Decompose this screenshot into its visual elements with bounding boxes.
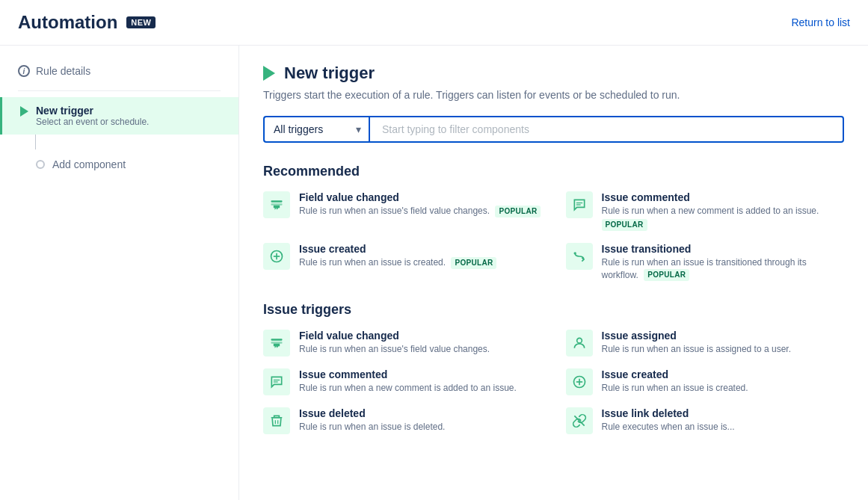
header: Automation NEW Return to list <box>0 0 868 46</box>
add-component-label: Add component <box>52 158 126 170</box>
trigger-name-field-value-rec: Field value changed <box>299 191 541 203</box>
trigger-card-issue-deleted[interactable]: Issue deleted Rule is run when an issue … <box>263 407 542 434</box>
trigger-card-content: Field value changed Rule is run when an … <box>299 191 541 217</box>
recommended-grid: Field value changed Rule is run when an … <box>263 191 844 281</box>
recommended-title: Recommended <box>263 164 844 179</box>
plus-icon <box>269 249 284 264</box>
section-desc: Triggers start the execution of a rule. … <box>263 89 844 101</box>
transition-icon <box>572 249 587 264</box>
comment-icon-wrap-2 <box>263 368 290 395</box>
trigger-item-name: New trigger <box>36 105 149 117</box>
trigger-desc-assigned: Rule is run when an issue is assigned to… <box>602 343 791 356</box>
trigger-card-issue-link-deleted[interactable]: Issue link deleted Rule executes when an… <box>566 407 845 434</box>
popular-badge-block: POPULAR <box>602 219 647 231</box>
trigger-content-field-value: Field value changed Rule is run when an … <box>299 330 490 356</box>
trigger-desc-comment-rec: Rule is run when a new comment is added … <box>602 205 819 231</box>
sidebar-rule-details[interactable]: i Rule details <box>0 58 238 84</box>
trigger-name-link-deleted: Issue link deleted <box>602 407 735 419</box>
svg-point-10 <box>576 339 582 344</box>
section-header: New trigger <box>263 64 844 83</box>
issue-triggers-title: Issue triggers <box>263 302 844 318</box>
trigger-item-text: New trigger Select an event or schedule. <box>36 105 149 127</box>
trigger-name-deleted: Issue deleted <box>299 407 445 419</box>
popular-badge-transitioned: POPULAR <box>644 269 689 281</box>
svg-rect-8 <box>271 339 283 342</box>
return-to-list-link[interactable]: Return to list <box>791 16 850 28</box>
info-icon: i <box>18 65 30 77</box>
trigger-desc-deleted: Rule is run when an issue is deleted. <box>299 421 445 433</box>
trigger-name-created-rec: Issue created <box>299 243 496 255</box>
trigger-desc-transitioned-rec: Rule is run when an issue is transitione… <box>602 256 845 282</box>
trigger-card-issue-transitioned-recommended[interactable]: Issue transitioned Rule is run when an i… <box>566 243 845 282</box>
plus-icon-wrap-2 <box>566 368 593 395</box>
trigger-name-transitioned-rec: Issue transitioned <box>602 243 845 255</box>
popular-badge: POPULAR <box>495 206 541 217</box>
transition-icon-wrap <box>566 243 593 270</box>
sidebar-add-component[interactable]: Add component <box>0 149 238 179</box>
sidebar-new-trigger[interactable]: New trigger Select an event or schedule. <box>0 97 238 135</box>
svg-line-19 <box>574 416 584 426</box>
assign-icon-wrap <box>566 330 593 357</box>
link-icon <box>572 413 587 428</box>
page-title: Automation <box>18 12 117 33</box>
trigger-name-created: Issue created <box>602 368 748 380</box>
trigger-content-assigned: Issue assigned Rule is run when an issue… <box>602 330 791 356</box>
circle-dot-icon <box>36 160 45 169</box>
comment-icon-wrap <box>566 191 593 218</box>
delete-icon <box>269 413 284 428</box>
svg-rect-1 <box>271 203 283 206</box>
svg-rect-16 <box>271 417 283 419</box>
comment-icon-2 <box>269 374 284 389</box>
trigger-name-fv: Field value changed <box>299 330 490 342</box>
trigger-desc-fv: Rule is run when an issue's field value … <box>299 343 490 356</box>
trigger-card-issue-created-recommended[interactable]: Issue created Rule is run when an issue … <box>263 243 542 282</box>
plus-icon-wrap <box>263 243 290 270</box>
field-value-icon-2 <box>269 336 284 351</box>
trigger-card-content-comment: Issue commented Rule is run when a new c… <box>602 191 819 231</box>
trigger-card-issue-commented[interactable]: Issue commented Rule is run when a new c… <box>263 368 542 395</box>
trigger-card-content-transitioned: Issue transitioned Rule is run when an i… <box>602 243 845 282</box>
trigger-content-commented: Issue commented Rule is run when a new c… <box>299 368 517 395</box>
filter-bar: All triggers Issue triggers Project trig… <box>263 116 844 143</box>
field-value-icon <box>269 197 284 212</box>
assign-icon <box>572 336 587 351</box>
filter-input[interactable] <box>369 116 844 143</box>
issue-triggers-grid: Field value changed Rule is run when an … <box>263 330 844 434</box>
popular-badge-created: POPULAR <box>451 257 496 269</box>
trigger-content-created: Issue created Rule is run when an issue … <box>602 368 748 395</box>
comment-icon <box>572 197 587 212</box>
trigger-card-issue-created[interactable]: Issue created Rule is run when an issue … <box>566 368 845 395</box>
sidebar-divider <box>18 90 221 91</box>
link-icon-wrap <box>566 407 593 434</box>
field-value-icon-wrap <box>263 191 290 218</box>
new-badge: NEW <box>126 16 156 28</box>
trigger-desc-link-deleted: Rule executes when an issue is... <box>602 421 735 433</box>
trigger-card-issue-commented-recommended[interactable]: Issue commented Rule is run when a new c… <box>566 191 845 231</box>
trigger-card-content-created: Issue created Rule is run when an issue … <box>299 243 496 269</box>
trigger-desc-field-value-rec: Rule is run when an issue's field value … <box>299 205 541 217</box>
section-play-icon <box>263 66 275 81</box>
main-layout: i Rule details New trigger Select an eve… <box>0 46 868 500</box>
trigger-card-issue-assigned[interactable]: Issue assigned Rule is run when an issue… <box>566 330 845 357</box>
field-value-icon-wrap-2 <box>263 330 290 357</box>
trigger-card-field-value-recommended[interactable]: Field value changed Rule is run when an … <box>263 191 542 231</box>
plus-icon-2 <box>572 374 587 389</box>
delete-icon-wrap <box>263 407 290 434</box>
svg-point-7 <box>573 252 576 254</box>
trigger-name-commented: Issue commented <box>299 368 517 380</box>
svg-rect-9 <box>271 342 283 345</box>
header-left: Automation NEW <box>18 12 156 33</box>
filter-select-wrapper: All triggers Issue triggers Project trig… <box>263 116 369 143</box>
main-content: New trigger Triggers start the execution… <box>239 46 868 500</box>
svg-rect-0 <box>271 200 283 203</box>
trigger-desc-created: Rule is run when an issue is created. <box>602 382 748 395</box>
trigger-card-field-value[interactable]: Field value changed Rule is run when an … <box>263 330 542 357</box>
connector-line <box>35 135 36 149</box>
trigger-name-assigned: Issue assigned <box>602 330 791 342</box>
trigger-filter-select[interactable]: All triggers Issue triggers Project trig… <box>263 116 369 143</box>
sidebar: i Rule details New trigger Select an eve… <box>0 46 239 500</box>
trigger-item-sub: Select an event or schedule. <box>36 117 149 127</box>
play-icon <box>20 106 28 117</box>
section-title: New trigger <box>284 64 375 83</box>
trigger-content-link-deleted: Issue link deleted Rule executes when an… <box>602 407 735 433</box>
